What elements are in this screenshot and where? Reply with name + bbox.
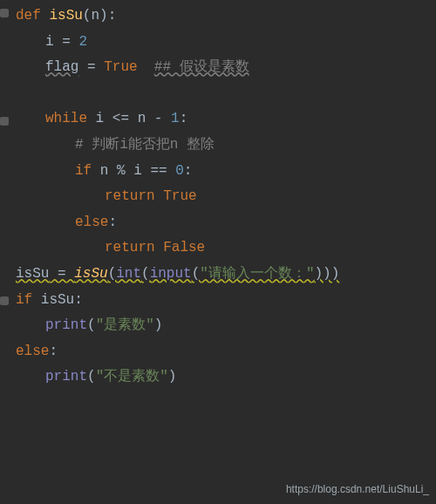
code-editor: def isSu(n): i = 2 flag = True ## 假设是素数 … (0, 0, 436, 394)
string: "是素数" (96, 317, 154, 333)
code-line: return True (16, 184, 436, 210)
cond: isSu: (32, 292, 83, 308)
comment: ## 假设是素数 (154, 59, 249, 75)
var-flag: flag (45, 59, 78, 75)
code-line: # 判断i能否把n 整除 (16, 133, 436, 159)
paren: ( (87, 369, 96, 385)
code-line: if n % i == 0: (16, 159, 436, 185)
colon: : (49, 344, 58, 359)
code-line: print("不是素数") (16, 364, 436, 391)
keyword-def: def (16, 8, 41, 24)
code-line: if isSu: (16, 288, 436, 314)
paren-close: ) (168, 369, 177, 385)
paren: ( (192, 266, 201, 282)
builtin-print: print (45, 369, 87, 385)
keyword-else: else (75, 215, 108, 230)
colon: : (180, 111, 188, 126)
code-line: print("是素数") (16, 313, 436, 339)
colon: : (108, 215, 117, 230)
keyword-if: if (75, 163, 92, 179)
cond: i <= n - (87, 111, 171, 126)
paren: ( (87, 317, 96, 333)
code-line: while i <= n - 1: (16, 106, 436, 133)
comment: # 判断i能否把n 整除 (75, 137, 215, 153)
code-line: def isSu(n): (16, 3, 436, 30)
eq: = (49, 266, 74, 282)
watermark: https://blog.csdn.net/LiuShuLi_ (286, 480, 429, 499)
builtin-print: print (45, 317, 87, 333)
assign: i = (45, 34, 78, 50)
return-false: return False (105, 240, 205, 255)
builtin-int: int (116, 266, 141, 282)
call-issu: isSu (74, 266, 107, 282)
keyword-if: if (16, 292, 32, 308)
fold-icon[interactable] (0, 117, 9, 126)
builtin-input: input (150, 266, 192, 282)
function-name: isSu (49, 8, 82, 24)
code-line: i = 2 (16, 30, 436, 56)
code-line: else: (16, 210, 436, 236)
keyword-while: while (45, 111, 87, 126)
params: (n): (83, 8, 116, 24)
colon: : (184, 163, 193, 179)
number: 2 (78, 34, 87, 50)
paren: ( (141, 266, 150, 282)
string: "不是素数" (96, 369, 168, 385)
gutter (0, 0, 9, 394)
number: 1 (171, 111, 180, 126)
code-line: flag = True ## 假设是素数 (16, 55, 436, 81)
string: "请输入一个数：" (200, 266, 314, 282)
paren-close: ) (154, 317, 163, 333)
eq: = (78, 59, 104, 75)
number: 0 (175, 163, 184, 179)
code-line: return False (16, 235, 436, 262)
code-line: isSu = isSu(int(input("请输入一个数："))) (16, 262, 436, 288)
keyword-else: else (16, 344, 49, 359)
return-true: return True (105, 188, 197, 204)
cond: n % i == (92, 163, 175, 179)
paren-close: ))) (314, 266, 339, 282)
var-issu: isSu (16, 266, 49, 282)
blank-line (16, 81, 436, 107)
code-line: else: (16, 339, 436, 365)
keyword-true: True (104, 59, 137, 75)
fold-icon[interactable] (0, 296, 9, 305)
fold-icon[interactable] (0, 9, 9, 17)
paren: ( (108, 266, 117, 282)
